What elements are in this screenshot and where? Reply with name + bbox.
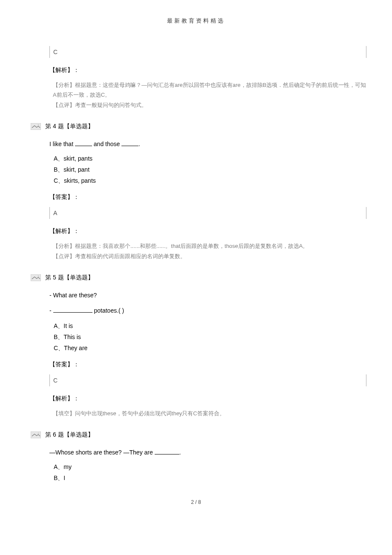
question-stem: - What are these? - potatoes.( ) <box>49 292 366 314</box>
question-number: 第 5 题【单选题】 <box>45 274 94 282</box>
svg-point-5 <box>38 433 39 434</box>
options-list: A、my B、I <box>54 463 366 482</box>
svg-point-1 <box>38 124 39 126</box>
answer-label: 【答案】： <box>49 361 366 368</box>
answer-box: A <box>49 207 366 219</box>
blank <box>121 146 138 146</box>
option-b: B、I <box>54 474 366 482</box>
question-header: 第 6 题【单选题】 <box>31 431 366 439</box>
page-footer: 2 / 8 <box>26 499 366 505</box>
stem-line: - What are these? <box>49 292 366 299</box>
question-stem: I like that and those . <box>49 141 366 147</box>
stem-text: - <box>49 307 53 314</box>
question-stem: —Whose shorts are these? —They are . <box>49 449 366 456</box>
stem-text: I like that <box>49 141 75 147</box>
question-icon <box>31 431 41 438</box>
analysis-line: 【填空】问句中出现these，答句中必须出现代词they只有C答案符合。 <box>53 408 366 418</box>
answer-label: 【答案】： <box>49 193 366 201</box>
analysis-text: 【分析】根据题意：我喜欢那个......和那些......。that后面跟的是单… <box>49 241 366 261</box>
answer-box: C <box>49 46 366 58</box>
option-a: A、skirt, pants <box>54 155 366 163</box>
blank <box>155 454 179 454</box>
stem-text: . <box>138 141 140 147</box>
options-list: A、It is B、This is C、They are <box>54 322 366 352</box>
option-b: B、This is <box>54 334 366 341</box>
question-icon <box>31 274 41 281</box>
page-header: 最新教育资料精选 <box>26 17 366 25</box>
stem-line: - potatoes.( ) <box>49 307 366 314</box>
stem-text: —Whose shorts are these? —They are <box>49 449 155 456</box>
analysis-line: 【分析】根据题意：我喜欢那个......和那些......。that后面跟的是单… <box>53 241 366 251</box>
question-header: 第 4 题【单选题】 <box>31 123 366 130</box>
analysis-line: 【点评】考查相应的代词后面跟相应的名词的单复数。 <box>53 251 366 261</box>
question-header: 第 5 题【单选题】 <box>31 274 366 282</box>
answer-box: C <box>49 374 366 386</box>
blank <box>75 146 92 146</box>
svg-point-3 <box>38 275 39 276</box>
analysis-text: 【填空】问句中出现these，答句中必须出现代词they只有C答案符合。 <box>49 408 366 418</box>
analysis-label: 【解析】： <box>49 395 366 403</box>
question-number: 第 6 题【单选题】 <box>45 431 94 439</box>
options-list: A、skirt, pants B、skirt, pant C、skirts, p… <box>54 155 366 185</box>
option-a: A、It is <box>54 322 366 330</box>
blank <box>53 312 92 313</box>
question-number: 第 4 题【单选题】 <box>45 123 94 130</box>
stem-text: potatoes.( ) <box>92 307 124 314</box>
stem-text: and those <box>92 141 121 147</box>
option-a: A、my <box>54 463 366 471</box>
option-b: B、skirt, pant <box>54 166 366 174</box>
analysis-line: 【点评】考查一般疑问句的问答句式。 <box>53 100 366 110</box>
analysis-line: 【分析】根据题意：这些是母鸡嘛？—问句汇总有are所以回答中也应该有are，故排… <box>53 80 366 100</box>
question-icon <box>31 123 41 130</box>
option-c: C、skirts, pants <box>54 177 366 185</box>
option-c: C、They are <box>54 345 366 352</box>
stem-text: . <box>179 449 181 456</box>
analysis-label: 【解析】： <box>49 227 366 235</box>
analysis-label: 【解析】： <box>49 66 366 74</box>
analysis-text: 【分析】根据题意：这些是母鸡嘛？—问句汇总有are所以回答中也应该有are，故排… <box>49 80 366 110</box>
